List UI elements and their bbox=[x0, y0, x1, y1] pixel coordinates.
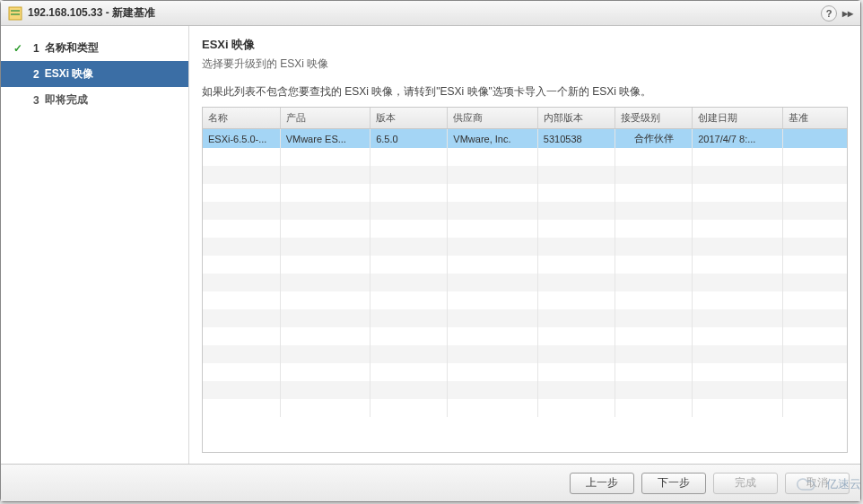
table-row[interactable] bbox=[203, 345, 847, 363]
table-row[interactable] bbox=[203, 309, 847, 327]
window-icon bbox=[8, 6, 22, 21]
table-row[interactable] bbox=[203, 148, 847, 166]
cell-baseline bbox=[782, 129, 847, 149]
cell-acceptance: 合作伙伴 bbox=[615, 129, 693, 149]
table-row[interactable] bbox=[203, 381, 847, 399]
window-title: 192.168.105.33 - 新建基准 bbox=[28, 5, 821, 21]
table-row[interactable] bbox=[203, 256, 847, 274]
table-row[interactable] bbox=[203, 166, 847, 184]
cell-name: ESXi-6.5.0-... bbox=[203, 129, 280, 149]
svg-rect-1 bbox=[11, 10, 20, 12]
cell-version: 6.5.0 bbox=[370, 129, 448, 149]
wizard-step-esxi-image[interactable]: ✓ 2 ESXi 映像 bbox=[1, 61, 188, 87]
dialog-body: ✓ 1 名称和类型 ✓ 2 ESXi 映像 ✓ 3 即将完成 ESXi 映像 选… bbox=[1, 26, 860, 464]
table-row[interactable] bbox=[203, 238, 847, 256]
col-build[interactable]: 内部版本 bbox=[537, 108, 615, 129]
table-row[interactable] bbox=[203, 274, 847, 291]
table-row[interactable] bbox=[203, 291, 847, 309]
svg-rect-2 bbox=[11, 13, 20, 15]
page-subtitle: 选择要升级到的 ESXi 映像 bbox=[202, 56, 848, 72]
step-label: 即将完成 bbox=[45, 92, 88, 108]
help-button[interactable]: ? bbox=[821, 5, 837, 22]
cell-vendor: VMware, Inc. bbox=[448, 129, 538, 149]
col-baseline[interactable]: 基准 bbox=[782, 108, 847, 129]
step-number: 2 bbox=[33, 68, 39, 81]
table-row[interactable] bbox=[203, 220, 847, 238]
table-row[interactable] bbox=[203, 399, 847, 417]
cell-build: 5310538 bbox=[537, 129, 615, 149]
col-acceptance[interactable]: 接受级别 bbox=[615, 108, 693, 129]
table-row[interactable] bbox=[203, 363, 847, 381]
cancel-button: 取消 bbox=[785, 473, 850, 494]
check-icon: ✓ bbox=[13, 42, 28, 55]
col-product[interactable]: 产品 bbox=[280, 108, 370, 129]
table-row[interactable] bbox=[203, 327, 847, 345]
instruction-text: 如果此列表不包含您要查找的 ESXi 映像，请转到"ESXi 映像"选项卡导入一… bbox=[202, 84, 848, 100]
cell-product: VMware ES... bbox=[280, 129, 370, 149]
main-panel: ESXi 映像 选择要升级到的 ESXi 映像 如果此列表不包含您要查找的 ES… bbox=[189, 26, 860, 464]
step-number: 3 bbox=[33, 94, 39, 107]
image-table: 名称 产品 版本 供应商 内部版本 接受级别 创建日期 基准 ESXi-6.5. bbox=[202, 107, 848, 453]
expand-icon[interactable]: ▸▸ bbox=[842, 7, 853, 20]
dialog-window: 192.168.105.33 - 新建基准 ? ▸▸ ✓ 1 名称和类型 ✓ 2… bbox=[0, 0, 861, 502]
col-created[interactable]: 创建日期 bbox=[693, 108, 783, 129]
step-number: 1 bbox=[33, 42, 39, 55]
table-header-row: 名称 产品 版本 供应商 内部版本 接受级别 创建日期 基准 bbox=[203, 108, 847, 129]
page-heading: ESXi 映像 bbox=[202, 37, 848, 53]
next-button[interactable]: 下一步 bbox=[641, 473, 706, 494]
dialog-footer: 上一步 下一步 完成 取消 bbox=[1, 464, 860, 501]
wizard-step-finish[interactable]: ✓ 3 即将完成 bbox=[1, 87, 188, 113]
cell-created: 2017/4/7 8:... bbox=[693, 129, 783, 149]
table-row[interactable] bbox=[203, 184, 847, 202]
step-label: 名称和类型 bbox=[45, 40, 99, 56]
step-label: ESXi 映像 bbox=[45, 66, 94, 82]
table-body: ESXi-6.5.0-... VMware ES... 6.5.0 VMware… bbox=[203, 129, 847, 418]
back-button[interactable]: 上一步 bbox=[570, 473, 634, 494]
table-row[interactable] bbox=[203, 202, 847, 220]
wizard-step-name-type[interactable]: ✓ 1 名称和类型 bbox=[1, 35, 188, 61]
table-row[interactable]: ESXi-6.5.0-... VMware ES... 6.5.0 VMware… bbox=[203, 129, 847, 149]
wizard-sidebar: ✓ 1 名称和类型 ✓ 2 ESXi 映像 ✓ 3 即将完成 bbox=[1, 26, 189, 464]
col-name[interactable]: 名称 bbox=[203, 108, 280, 129]
col-vendor[interactable]: 供应商 bbox=[448, 108, 538, 129]
finish-button: 完成 bbox=[713, 473, 778, 494]
col-version[interactable]: 版本 bbox=[370, 108, 448, 129]
title-bar: 192.168.105.33 - 新建基准 ? ▸▸ bbox=[1, 1, 860, 26]
